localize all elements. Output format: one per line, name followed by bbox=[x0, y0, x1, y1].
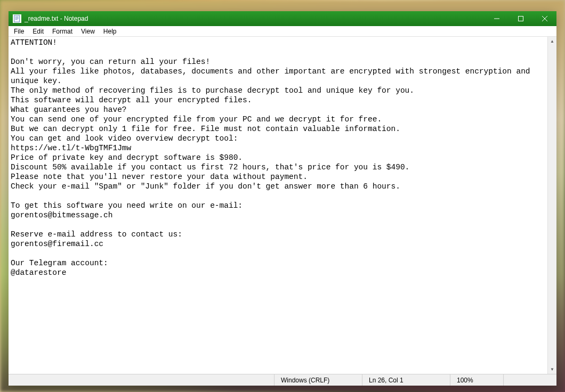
notepad-window: _readme.txt - Notepad File Edit Format V… bbox=[9, 11, 556, 386]
menu-file[interactable]: File bbox=[10, 27, 28, 36]
status-zoom: 100% bbox=[450, 374, 503, 386]
menu-edit[interactable]: Edit bbox=[28, 27, 48, 36]
scroll-up-arrow-icon[interactable]: ▲ bbox=[548, 37, 556, 46]
menubar: File Edit Format View Help bbox=[9, 26, 556, 37]
scroll-down-arrow-icon[interactable]: ▼ bbox=[548, 365, 556, 374]
menu-format[interactable]: Format bbox=[48, 27, 77, 36]
statusbar: Windows (CRLF) Ln 26, Col 1 100% bbox=[9, 374, 556, 386]
text-editor[interactable]: ATTENTION! Don't worry, you can return a… bbox=[9, 37, 547, 374]
maximize-button[interactable] bbox=[509, 11, 532, 26]
status-cursor-position: Ln 26, Col 1 bbox=[362, 374, 450, 386]
scroll-track[interactable] bbox=[548, 46, 556, 365]
editor-area: ATTENTION! Don't worry, you can return a… bbox=[9, 37, 556, 374]
titlebar[interactable]: _readme.txt - Notepad bbox=[9, 11, 556, 26]
vertical-scrollbar[interactable]: ▲ ▼ bbox=[547, 37, 556, 374]
status-extra bbox=[503, 374, 556, 386]
notepad-app-icon bbox=[13, 14, 21, 23]
menu-help[interactable]: Help bbox=[99, 27, 121, 36]
status-line-ending: Windows (CRLF) bbox=[274, 374, 362, 386]
window-controls bbox=[485, 11, 556, 26]
window-title: _readme.txt - Notepad bbox=[25, 15, 485, 22]
minimize-button[interactable] bbox=[485, 11, 509, 26]
menu-view[interactable]: View bbox=[77, 27, 99, 36]
svg-rect-6 bbox=[518, 17, 523, 21]
close-button[interactable] bbox=[532, 11, 556, 26]
